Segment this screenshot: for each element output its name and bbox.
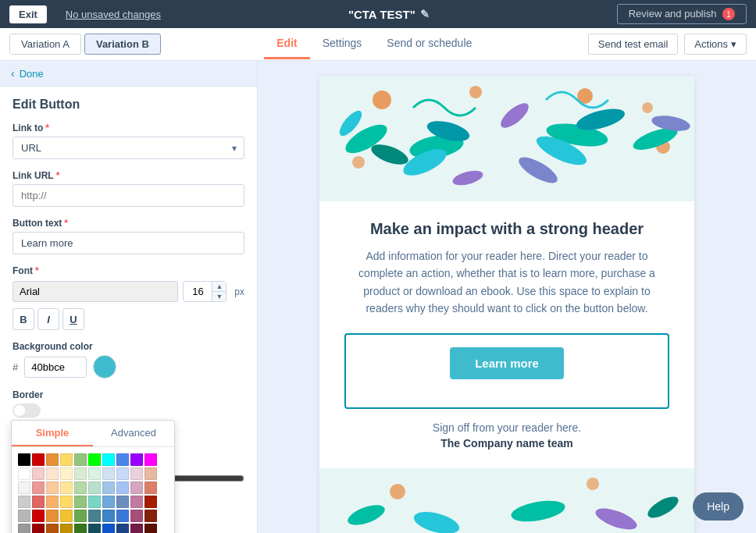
cta-button[interactable]: Learn more <box>450 347 564 379</box>
color-cell[interactable] <box>18 496 30 508</box>
color-cell[interactable] <box>88 496 101 508</box>
done-bar[interactable]: ‹ Done <box>0 61 257 87</box>
link-to-select[interactable]: URL <box>12 137 244 159</box>
color-cell[interactable] <box>144 467 157 480</box>
color-cell[interactable] <box>74 524 87 533</box>
color-cell[interactable] <box>32 524 45 533</box>
color-cell[interactable] <box>102 496 115 508</box>
send-test-button[interactable]: Send test email <box>588 34 679 55</box>
variation-a-tab[interactable]: Variation A <box>9 34 81 55</box>
color-cell[interactable] <box>144 481 157 494</box>
font-size-input[interactable] <box>184 282 212 301</box>
color-cell[interactable] <box>74 496 87 508</box>
done-label: Done <box>20 68 44 80</box>
color-cell[interactable] <box>130 481 143 494</box>
font-size-up-button[interactable]: ▲ <box>212 282 226 292</box>
color-cell[interactable] <box>60 453 73 466</box>
color-row <box>18 510 168 522</box>
color-cell[interactable] <box>130 467 143 480</box>
color-cell[interactable] <box>46 481 59 494</box>
color-cell[interactable] <box>60 496 73 508</box>
color-cell[interactable] <box>102 453 115 466</box>
color-cell[interactable] <box>144 524 157 533</box>
exit-button[interactable]: Exit <box>9 5 47 23</box>
color-cell[interactable] <box>116 481 129 494</box>
underline-button[interactable]: U <box>62 308 84 330</box>
border-label: Border <box>12 389 244 400</box>
edit-title-icon[interactable]: ✎ <box>420 8 430 20</box>
color-cell[interactable] <box>32 481 45 494</box>
color-cell[interactable] <box>144 453 157 466</box>
bg-color-row: # <box>12 355 244 378</box>
color-cell[interactable] <box>88 481 101 494</box>
italic-button[interactable]: I <box>37 308 59 330</box>
color-cell[interactable] <box>46 453 59 466</box>
font-select[interactable]: Arial <box>12 281 178 302</box>
color-cell[interactable] <box>102 467 115 480</box>
color-cell[interactable] <box>116 467 129 480</box>
color-cell[interactable] <box>144 510 157 522</box>
tab-edit[interactable]: Edit <box>264 29 309 59</box>
help-button[interactable]: Help <box>693 492 744 521</box>
unsaved-changes-link[interactable]: No unsaved changes <box>66 9 161 20</box>
color-cell[interactable] <box>130 510 143 522</box>
bg-color-label: Background color <box>12 341 244 352</box>
color-cell[interactable] <box>18 524 30 533</box>
variation-tabs: Variation A Variation B <box>9 34 161 55</box>
color-cell[interactable] <box>46 467 59 480</box>
border-toggle[interactable] <box>12 403 41 418</box>
tab-settings[interactable]: Settings <box>310 29 375 59</box>
actions-button[interactable]: Actions ▾ <box>684 34 747 55</box>
color-cell[interactable] <box>18 481 30 494</box>
color-cell[interactable] <box>32 510 45 522</box>
color-cell[interactable] <box>60 467 73 480</box>
color-cell[interactable] <box>144 496 157 508</box>
color-cell[interactable] <box>130 453 143 466</box>
color-cell[interactable] <box>46 510 59 522</box>
color-cell[interactable] <box>88 467 101 480</box>
link-url-group: Link URL * <box>12 170 244 207</box>
color-cell[interactable] <box>74 467 87 480</box>
color-cell[interactable] <box>18 453 30 466</box>
button-text-input[interactable] <box>12 232 244 254</box>
color-cell[interactable] <box>74 510 87 522</box>
color-cell[interactable] <box>74 453 87 466</box>
color-cell[interactable] <box>74 481 87 494</box>
link-url-input[interactable] <box>12 184 244 207</box>
color-cell[interactable] <box>60 510 73 522</box>
color-cell[interactable] <box>46 496 59 508</box>
variation-b-tab[interactable]: Variation B <box>84 34 161 55</box>
color-cell[interactable] <box>102 481 115 494</box>
color-cell[interactable] <box>18 467 30 480</box>
color-cell[interactable] <box>102 524 115 533</box>
tab-send-schedule[interactable]: Send or schedule <box>374 29 484 59</box>
bg-color-hex-input[interactable] <box>24 357 87 378</box>
color-swatch[interactable] <box>93 355 116 378</box>
color-cell[interactable] <box>88 453 101 466</box>
color-cell[interactable] <box>130 496 143 508</box>
color-cell[interactable] <box>60 524 73 533</box>
review-publish-button[interactable]: Review and publish 1 <box>617 4 747 25</box>
color-cell[interactable] <box>18 510 30 522</box>
color-cell[interactable] <box>88 524 101 533</box>
color-cell[interactable] <box>116 496 129 508</box>
color-cell[interactable] <box>32 453 45 466</box>
color-cell[interactable] <box>102 510 115 522</box>
picker-advanced-tab[interactable]: Advanced <box>93 421 174 446</box>
color-row <box>18 453 168 466</box>
border-group: Border <box>12 389 244 418</box>
color-cell[interactable] <box>32 467 45 480</box>
color-cell[interactable] <box>116 524 129 533</box>
color-cell[interactable] <box>116 453 129 466</box>
picker-simple-tab[interactable]: Simple <box>12 421 93 446</box>
font-size-down-button[interactable]: ▼ <box>212 292 226 301</box>
top-nav: Exit No unsaved changes "CTA TEST" ✎ Rev… <box>0 0 756 28</box>
email-heading: Make an impact with a strong header <box>344 220 669 238</box>
color-cell[interactable] <box>116 510 129 522</box>
color-cell[interactable] <box>130 524 143 533</box>
color-cell[interactable] <box>88 510 101 522</box>
color-cell[interactable] <box>46 524 59 533</box>
bold-button[interactable]: B <box>12 308 34 330</box>
color-cell[interactable] <box>32 496 45 508</box>
color-cell[interactable] <box>60 481 73 494</box>
